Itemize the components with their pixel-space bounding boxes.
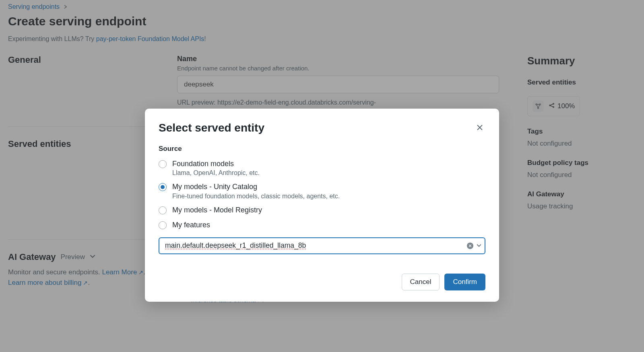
modal-title: Select served entity [159,121,264,134]
radio-icon [159,183,167,191]
radio-icon [159,160,167,168]
radio-icon [159,221,167,229]
cancel-button[interactable]: Cancel [402,274,440,290]
x-icon [469,244,472,247]
radio-my-models-model-registry[interactable]: My models - Model Registry [159,206,485,215]
radio-sublabel: Fine-tuned foundation models, classic mo… [172,193,340,200]
radio-label: My features [172,220,210,230]
close-icon [476,124,484,132]
radio-icon [159,206,167,214]
confirm-button[interactable]: Confirm [444,274,485,290]
radio-my-features[interactable]: My features [159,220,485,230]
radio-my-models-unity-catalog[interactable]: My models - Unity Catalog Fine-tuned fou… [159,182,485,200]
radio-sublabel: Llama, OpenAI, Anthropic, etc. [172,169,260,177]
source-radio-group: Foundation models Llama, OpenAI, Anthrop… [159,159,485,230]
clear-button[interactable] [467,243,473,249]
radio-label: My models - Unity Catalog [172,182,340,191]
chevron-down-icon[interactable] [477,242,481,249]
radio-label: My models - Model Registry [172,206,262,215]
source-label: Source [159,145,485,153]
radio-foundation-models[interactable]: Foundation models Llama, OpenAI, Anthrop… [159,159,485,177]
entity-combobox-input[interactable] [159,237,485,254]
close-button[interactable] [474,122,485,134]
radio-label: Foundation models [172,159,260,169]
select-served-entity-modal: Select served entity Source Foundation m… [145,109,499,302]
